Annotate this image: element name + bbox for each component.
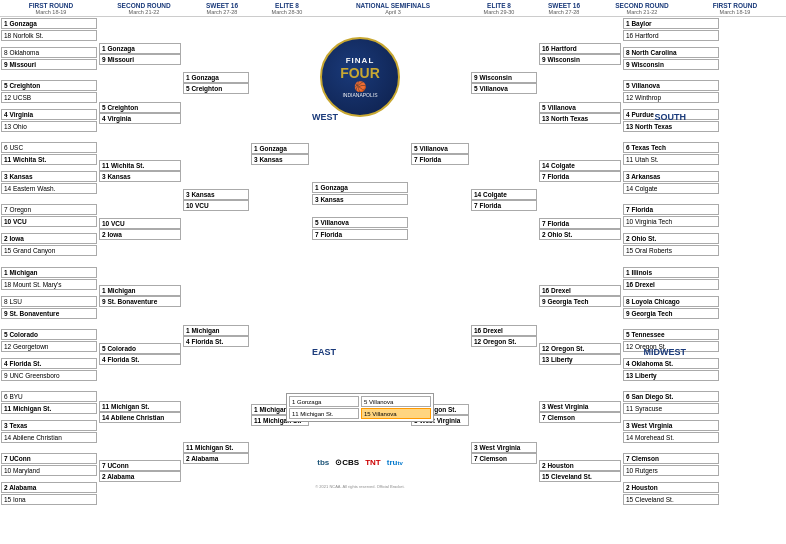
team-maryland: 10 Maryland: [1, 465, 97, 476]
col-header-fr2: First Round March 18-19: [686, 2, 784, 15]
team-creighton: 5 Creighton: [1, 80, 97, 91]
team-uconn: 7 UConn: [1, 453, 97, 464]
team-wichita: 11 Wichita St.: [1, 154, 97, 165]
team-florida-st: 4 Florida St.: [1, 358, 97, 369]
team-ohio-st: 2 Ohio St.: [623, 233, 719, 244]
sr-wisconsin: 9 Wisconsin: [539, 54, 621, 65]
final-mich-st: 11 Michigan St.: [289, 408, 359, 419]
sr-oregon-st: 12 Oregon St.: [539, 343, 621, 354]
tnt-logo: TNT: [365, 458, 381, 467]
team-missouri: 9 Missouri: [1, 59, 97, 70]
network-logos: tbs ⊙CBS TNT trutv: [317, 458, 402, 467]
s16-kansas: 3 Kansas: [183, 189, 249, 200]
team-san-diego-st: 6 San Diego St.: [623, 391, 719, 402]
team-morehead-st: 14 Morehead St.: [623, 432, 719, 443]
col-header-sr2: Second Round March 21-22: [600, 2, 684, 15]
s16-colgate: 14 Colgate: [471, 189, 537, 200]
team-loyola: 8 Loyola Chicago: [623, 296, 719, 307]
sr-oral: 2 Ohio St.: [539, 229, 621, 240]
sr-west-va: 3 West Virginia: [539, 401, 621, 412]
team-colgate: 14 Colgate: [623, 183, 719, 194]
team-st-bonaventure: 9 St. Bonaventure: [1, 308, 97, 319]
s16-wisconsin: 9 Wisconsin: [471, 72, 537, 83]
sr-colorado: 5 Colorado: [99, 343, 181, 354]
final-villanova-winner: 15 Villanova: [361, 408, 431, 419]
sr-wichita: 11 Wichita St.: [99, 160, 181, 171]
sr-drexel: 16 Drexel: [539, 285, 621, 296]
team-unc-greensboro: 9 UNC Greensboro: [1, 370, 97, 381]
sr-hartford: 16 Hartford: [539, 43, 621, 54]
team-liberty: 13 Liberty: [623, 370, 719, 381]
s16-drexel: 16 Drexel: [471, 325, 537, 336]
sr-creighton: 5 Creighton: [99, 102, 181, 113]
sr-kansas: 3 Kansas: [99, 171, 181, 182]
team-arkansas: 3 Arkansas: [623, 171, 719, 182]
team-ohio: 13 Ohio: [1, 121, 97, 132]
team-west-virginia: 3 West Virginia: [623, 420, 719, 431]
team-villanova: 5 Villanova: [623, 80, 719, 91]
sr-abilene: 14 Abilene Christian: [99, 412, 181, 423]
team-alabama: 2 Alabama: [1, 482, 97, 493]
west-label: WEST: [312, 112, 338, 122]
ff-florida: 7 Florida: [312, 229, 408, 240]
team-byu: 6 BYU: [1, 391, 97, 402]
team-vcu: 10 VCU: [1, 216, 97, 227]
col-header-s16-2: Sweet 16 March 27-28: [530, 2, 598, 15]
team-florida: 7 Florida: [623, 204, 719, 215]
sr-michigan: 1 Michigan: [99, 285, 181, 296]
first-round-left: 1 Gonzaga 18 Norfolk St. 8 Oklahoma 9 Mi…: [0, 17, 98, 497]
team-ucsb: 12 UCSB: [1, 92, 97, 103]
sr-iowa: 2 Iowa: [99, 229, 181, 240]
team-houston: 2 Houston: [623, 482, 719, 493]
cbs-logo: ⊙CBS: [335, 458, 359, 467]
col-header-e8-1: Elite 8 March 28-30: [258, 2, 316, 15]
ff-villanova: 5 Villanova: [312, 217, 408, 228]
s16-gonzaga: 1 Gonzaga: [183, 72, 249, 83]
sr-liberty: 13 Liberty: [539, 354, 621, 365]
s16-florida2: 7 Florida: [471, 200, 537, 211]
s16-florida-st: 4 Florida St.: [183, 336, 249, 347]
sr-florida-st: 4 Florida St.: [99, 354, 181, 365]
sr-mich-st: 11 Michigan St.: [99, 401, 181, 412]
s16-vcu: 10 VCU: [183, 200, 249, 211]
team-oklahoma: 8 Oklahoma: [1, 47, 97, 58]
disclaimer-text: © 2021 NCAA. All rights reserved. Offici…: [315, 484, 405, 489]
east-label: EAST: [312, 347, 336, 357]
elite8-left: 1 Gonzaga 3 Kansas 1 Michigan 11 Michiga…: [250, 17, 310, 497]
team-north-texas: 13 North Texas: [623, 121, 719, 132]
team-mount-st-marys: 18 Mount St. Mary's: [1, 279, 97, 290]
team-georgia-tech: 9 Georgia Tech: [623, 308, 719, 319]
sr-ohio-st: 7 Florida: [539, 218, 621, 229]
e8-gonzaga: 1 Gonzaga: [251, 143, 309, 154]
e8-villanova: 5 Villanova: [411, 143, 469, 154]
team-baylor: 1 Baylor: [623, 18, 719, 29]
col-header-sr1: Second Round March 21-22: [102, 2, 186, 15]
sr-uconn: 7 UConn: [99, 460, 181, 471]
final-four-logo: FINAL FOUR 🏀 INDIANAPOLIS: [320, 37, 400, 117]
sr-cleveland: 15 Cleveland St.: [539, 471, 621, 482]
team-usc: 6 USC: [1, 142, 97, 153]
team-iowa: 2 Iowa: [1, 233, 97, 244]
team-winthrop: 12 Winthrop: [623, 92, 719, 103]
sr-florida: 7 Florida: [539, 171, 621, 182]
s16-clemson2: 7 Clemson: [471, 453, 537, 464]
final-gonzaga: 1 Gonzaga: [289, 396, 359, 407]
team-clemson: 7 Clemson: [623, 453, 719, 464]
sr-gonzaga: 1 Gonzaga: [99, 43, 181, 54]
team-michigan-st-1: 11 Michigan St.: [1, 403, 97, 414]
trutv-logo: trutv: [387, 458, 403, 467]
col-header-e8-2: Elite 8 March 29-30: [470, 2, 528, 15]
s16-michigan: 1 Michigan: [183, 325, 249, 336]
team-oral-roberts: 15 Oral Roberts: [623, 245, 719, 256]
s16-oregon-st2: 12 Oregon St.: [471, 336, 537, 347]
team-tennessee: 5 Tennessee: [623, 329, 719, 340]
first-round-right: 1 Baylor 16 Hartford 8 North Carolina 9 …: [622, 17, 720, 497]
sr-vcu: 10 VCU: [99, 218, 181, 229]
second-round-left: 1 Gonzaga 9 Missouri 5 Creighton 4 Virgi…: [98, 17, 182, 497]
final-villanova: 5 Villanova: [361, 396, 431, 407]
team-iona: 15 Iona: [1, 494, 97, 505]
team-gonzaga-1: 1 Gonzaga: [1, 18, 97, 29]
s16-mich-st2: 11 Michigan St.: [183, 442, 249, 453]
team-georgetown: 12 Georgetown: [1, 341, 97, 352]
ff-gonzaga: 1 Gonzaga: [312, 182, 408, 193]
